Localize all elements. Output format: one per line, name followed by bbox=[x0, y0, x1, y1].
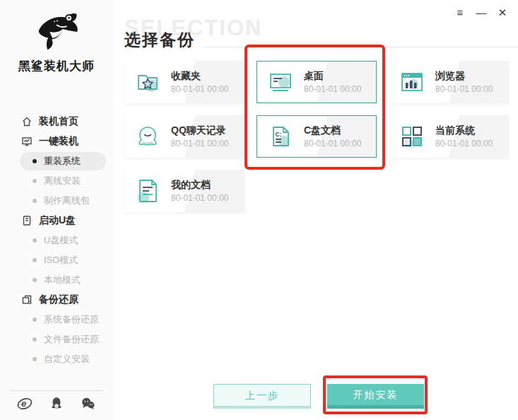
page-title: 选择备份 bbox=[124, 29, 195, 51]
sidebar-item-label: 备份还原 bbox=[39, 293, 78, 306]
sidebar-item-boot-usb[interactable]: 启动U盘 bbox=[0, 211, 113, 231]
favorites-folder-icon bbox=[134, 68, 162, 96]
shark-logo-icon bbox=[29, 6, 84, 57]
sidebar-item-label: 离线安装 bbox=[44, 175, 81, 187]
card-date: 80-01-01 00:00 bbox=[304, 85, 361, 93]
sidebar-item-onekey-install[interactable]: 一键装机 bbox=[0, 132, 113, 151]
sidebar-footer: e bbox=[0, 396, 113, 412]
close-icon[interactable]: ✕ bbox=[497, 6, 508, 20]
sidebar-item-reinstall-system[interactable]: 重装系统 bbox=[20, 152, 106, 170]
minimize-icon[interactable]: — bbox=[476, 6, 487, 20]
sidebar-item-label: 启动U盘 bbox=[39, 214, 76, 227]
sidebar-item-iso-mode[interactable]: ISO模式 bbox=[0, 250, 113, 270]
backup-card-current-system[interactable]: 当前系统 80-01-01 00:00 bbox=[389, 115, 509, 158]
window-controls: ≡ — ✕ bbox=[454, 6, 508, 20]
sidebar-item-custom-install[interactable]: 自定义安装 bbox=[0, 349, 113, 369]
backup-card-grid: 收藏夹 80-01-01 00:00 桌面 80-01-01 00:00 bbox=[124, 61, 509, 212]
bullet-icon bbox=[33, 159, 37, 163]
bullet-icon bbox=[33, 238, 37, 243]
sidebar-item-label: U盘模式 bbox=[44, 234, 78, 247]
card-title: 收藏夹 bbox=[171, 71, 228, 81]
card-title: 桌面 bbox=[304, 71, 361, 81]
previous-step-button[interactable]: 上一步 bbox=[213, 384, 311, 409]
backup-card-browser[interactable]: 浏览器 80-01-01 00:00 bbox=[389, 61, 509, 103]
card-date: 80-01-01 00:00 bbox=[435, 85, 493, 93]
start-install-button[interactable]: 开始安装 bbox=[327, 384, 424, 409]
home-icon bbox=[21, 116, 33, 127]
c-drive-label: C: bbox=[276, 131, 282, 138]
sidebar-item-offline-install[interactable]: 离线安装 bbox=[0, 171, 113, 191]
desktop-icon bbox=[266, 68, 295, 96]
bullet-icon bbox=[33, 278, 37, 282]
sidebar-item-label: 装机首页 bbox=[39, 115, 78, 128]
card-title: QQ聊天记录 bbox=[171, 125, 228, 135]
sidebar-item-file-backup-restore[interactable]: 文件备份还原 bbox=[0, 329, 113, 349]
bullet-icon bbox=[33, 199, 37, 203]
app-window: 黑鲨装机大师 装机首页 一键装机 重装系统 离线安装 制作离线包 bbox=[0, 0, 518, 420]
backup-card-c-drive-docs[interactable]: C: C盘文档 80-01-01 00:00 bbox=[257, 115, 377, 158]
sidebar-nav: 装机首页 一键装机 重装系统 离线安装 制作离线包 启动U盘 bbox=[0, 112, 113, 369]
sidebar-item-label: 文件备份还原 bbox=[44, 333, 99, 346]
sidebar-item-usb-mode[interactable]: U盘模式 bbox=[0, 231, 113, 250]
restore-icon bbox=[21, 294, 33, 305]
sidebar-item-local-mode[interactable]: 本地模式 bbox=[0, 270, 113, 290]
card-date: 80-01-01 00:00 bbox=[171, 85, 228, 93]
card-title: 我的文档 bbox=[171, 180, 228, 189]
sidebar-item-label: 自定义安装 bbox=[44, 353, 90, 366]
card-title: C盘文档 bbox=[304, 125, 361, 135]
sidebar-item-backup-restore[interactable]: 备份还原 bbox=[0, 290, 113, 310]
card-title: 当前系统 bbox=[435, 125, 493, 135]
card-date: 80-01-01 00:00 bbox=[435, 139, 493, 148]
current-system-icon bbox=[398, 122, 426, 151]
card-date: 80-01-01 00:00 bbox=[171, 139, 228, 148]
sidebar-item-make-offline-pack[interactable]: 制作离线包 bbox=[0, 191, 113, 211]
sidebar-item-label: ISO模式 bbox=[44, 254, 78, 267]
sidebar-item-label: 本地模式 bbox=[44, 274, 81, 286]
c-drive-doc-icon: C: bbox=[266, 122, 295, 151]
sidebar-footer-divider bbox=[10, 390, 103, 391]
sidebar-item-home[interactable]: 装机首页 bbox=[0, 112, 113, 132]
menu-icon[interactable]: ≡ bbox=[454, 6, 466, 20]
sidebar-item-label: 一键装机 bbox=[39, 135, 78, 148]
qq-chat-icon bbox=[134, 122, 162, 151]
card-date: 80-01-01 00:00 bbox=[171, 194, 228, 202]
ie-icon[interactable]: e bbox=[17, 396, 33, 412]
sidebar-item-label: 重装系统 bbox=[44, 155, 81, 168]
bullet-icon bbox=[33, 258, 37, 262]
svg-text:e: e bbox=[21, 398, 26, 409]
title-divider bbox=[203, 47, 518, 47]
backup-card-my-documents[interactable]: 我的文档 80-01-01 00:00 bbox=[124, 170, 245, 212]
bullet-icon bbox=[33, 179, 37, 183]
app-logo: 黑鲨装机大师 bbox=[0, 6, 113, 74]
bullet-icon bbox=[33, 317, 37, 322]
bullet-icon bbox=[33, 337, 37, 342]
usb-icon bbox=[21, 215, 33, 226]
bullet-icon bbox=[33, 357, 37, 361]
browser-icon bbox=[398, 68, 426, 96]
backup-card-favorites[interactable]: 收藏夹 80-01-01 00:00 bbox=[124, 61, 245, 103]
card-title: 浏览器 bbox=[435, 71, 493, 81]
sidebar-item-label: 系统备份还原 bbox=[44, 313, 99, 326]
backup-card-qq-chat[interactable]: QQ聊天记录 80-01-01 00:00 bbox=[124, 115, 245, 158]
wechat-icon[interactable] bbox=[81, 396, 96, 412]
my-documents-icon bbox=[134, 177, 162, 205]
app-title: 黑鲨装机大师 bbox=[0, 58, 113, 74]
card-date: 80-01-01 00:00 bbox=[304, 139, 361, 148]
sidebar: 黑鲨装机大师 装机首页 一键装机 重装系统 离线安装 制作离线包 bbox=[0, 0, 113, 420]
monitor-icon bbox=[21, 136, 33, 147]
sidebar-item-system-backup-restore[interactable]: 系统备份还原 bbox=[0, 310, 113, 329]
qq-icon[interactable] bbox=[49, 396, 64, 412]
sidebar-item-label: 制作离线包 bbox=[44, 194, 90, 207]
backup-card-desktop[interactable]: 桌面 80-01-01 00:00 bbox=[257, 61, 377, 103]
